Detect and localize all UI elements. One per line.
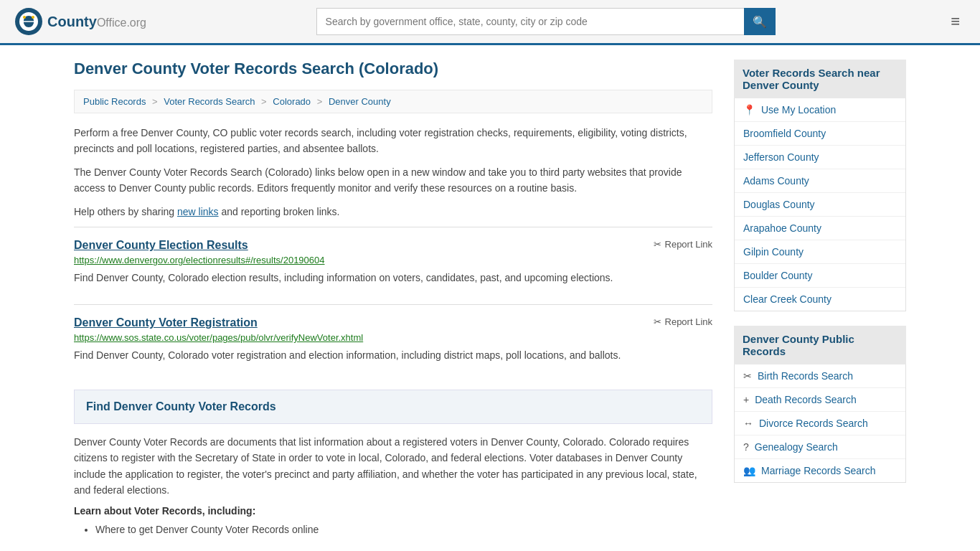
main-container: Denver County Voter Records Search (Colo… — [60, 45, 920, 551]
sidebar: Voter Records Search near Denver County … — [734, 60, 906, 539]
broomfield-county-item[interactable]: Broomfield County — [735, 122, 905, 146]
search-area: 🔍 — [316, 8, 776, 35]
description-3: Help others by sharing new links and rep… — [74, 204, 712, 220]
breadcrumb-denver-county[interactable]: Denver County — [329, 96, 391, 107]
search-input[interactable] — [316, 8, 744, 35]
birth-records-link[interactable]: Birth Records Search — [758, 370, 853, 382]
find-section-title: Find Denver County Voter Records — [86, 400, 700, 413]
learn-label: Learn about Voter Records, including: — [74, 505, 712, 517]
use-my-location-item[interactable]: 📍 Use My Location — [735, 98, 905, 122]
marriage-records-link[interactable]: Marriage Records Search — [761, 465, 876, 476]
description-1: Perform a free Denver County, CO public … — [74, 125, 712, 157]
nearby-counties-list: 📍 Use My Location Broomfield County Jeff… — [734, 98, 906, 311]
report-link-2[interactable]: ✂ Report Link — [654, 316, 712, 327]
death-records-link[interactable]: Death Records Search — [755, 394, 857, 405]
broomfield-county-link[interactable]: Broomfield County — [743, 128, 826, 139]
adams-county-link[interactable]: Adams County — [743, 175, 809, 187]
breadcrumb-voter-records-search[interactable]: Voter Records Search — [164, 96, 255, 107]
arapahoe-county-item[interactable]: Arapahoe County — [735, 217, 905, 240]
logo-icon — [14, 7, 43, 36]
search-button[interactable]: 🔍 — [744, 8, 776, 35]
breadcrumb-public-records[interactable]: Public Records — [83, 96, 146, 107]
election-results-title[interactable]: Denver County Election Results — [74, 239, 248, 252]
genealogy-link[interactable]: Genealogy Search — [755, 441, 838, 453]
public-records-section: Denver County Public Records ✂ Birth Rec… — [734, 326, 906, 483]
genealogy-item[interactable]: ? Genealogy Search — [735, 435, 905, 459]
birth-records-item[interactable]: ✂ Birth Records Search — [735, 364, 905, 388]
nearby-section-header: Voter Records Search near Denver County — [734, 60, 906, 98]
divorce-records-link[interactable]: Divorce Records Search — [759, 418, 868, 429]
boulder-county-link[interactable]: Boulder County — [743, 270, 813, 281]
report-link-1[interactable]: ✂ Report Link — [654, 239, 712, 250]
use-my-location-link[interactable]: Use My Location — [761, 104, 836, 116]
new-links-link[interactable]: new links — [177, 206, 219, 217]
boulder-county-item[interactable]: Boulder County — [735, 264, 905, 288]
voter-registration-desc: Find Denver County, Colorado voter regis… — [74, 347, 712, 363]
link-card-header-1: Denver County Election Results ✂ Report … — [74, 239, 712, 252]
douglas-county-item[interactable]: Douglas County — [735, 193, 905, 217]
death-records-item[interactable]: + Death Records Search — [735, 388, 905, 412]
svg-point-4 — [23, 16, 26, 19]
link-card-election-results: Denver County Election Results ✂ Report … — [74, 227, 712, 297]
breadcrumb: Public Records > Voter Records Search > … — [74, 90, 712, 113]
divorce-records-item[interactable]: ↔ Divorce Records Search — [735, 412, 905, 435]
clear-creek-county-link[interactable]: Clear Creek County — [743, 293, 831, 305]
douglas-county-link[interactable]: Douglas County — [743, 199, 815, 210]
plus-icon: + — [743, 394, 749, 405]
scissors-icon: ✂ — [743, 370, 752, 382]
public-records-section-header: Denver County Public Records — [734, 326, 906, 364]
nearby-section: Voter Records Search near Denver County … — [734, 60, 906, 311]
list-item: Where to get Denver County Voter Records… — [95, 521, 712, 539]
marriage-records-item[interactable]: 👥 Marriage Records Search — [735, 459, 905, 482]
description-2: The Denver County Voter Records Search (… — [74, 164, 712, 197]
voter-records-description: Denver County Voter Records are document… — [74, 434, 712, 499]
people-icon: 👥 — [743, 465, 755, 476]
arrows-icon: ↔ — [743, 418, 753, 429]
gilpin-county-link[interactable]: Gilpin County — [743, 246, 804, 258]
bullet-list: Where to get Denver County Voter Records… — [74, 521, 712, 539]
find-section: Find Denver County Voter Records — [74, 390, 712, 424]
arapahoe-county-link[interactable]: Arapahoe County — [743, 222, 821, 234]
voter-registration-title[interactable]: Denver County Voter Registration — [74, 316, 258, 329]
link-card-voter-registration: Denver County Voter Registration ✂ Repor… — [74, 304, 712, 375]
breadcrumb-colorado[interactable]: Colorado — [273, 96, 311, 107]
clear-creek-county-item[interactable]: Clear Creek County — [735, 288, 905, 311]
logo-area: CountyOffice.org — [14, 7, 146, 36]
voter-registration-url[interactable]: https://www.sos.state.co.us/voter/pages/… — [74, 332, 712, 343]
gilpin-county-item[interactable]: Gilpin County — [735, 240, 905, 264]
logo-text: CountyOffice.org — [47, 14, 146, 30]
jefferson-county-link[interactable]: Jefferson County — [743, 151, 819, 163]
election-results-url[interactable]: https://www.denvergov.org/electionresult… — [74, 255, 712, 265]
link-card-header-2: Denver County Voter Registration ✂ Repor… — [74, 316, 712, 329]
question-icon: ? — [743, 441, 749, 453]
location-pin-icon: 📍 — [743, 104, 755, 116]
page-title: Denver County Voter Records Search (Colo… — [74, 60, 712, 78]
jefferson-county-item[interactable]: Jefferson County — [735, 146, 905, 169]
site-header: CountyOffice.org 🔍 ≡ — [0, 0, 980, 45]
menu-button[interactable]: ≡ — [945, 9, 966, 34]
adams-county-item[interactable]: Adams County — [735, 169, 905, 193]
svg-point-5 — [32, 16, 34, 19]
content-area: Denver County Voter Records Search (Colo… — [74, 60, 712, 539]
election-results-desc: Find Denver County, Colorado election re… — [74, 270, 712, 286]
public-records-list: ✂ Birth Records Search + Death Records S… — [734, 364, 906, 483]
